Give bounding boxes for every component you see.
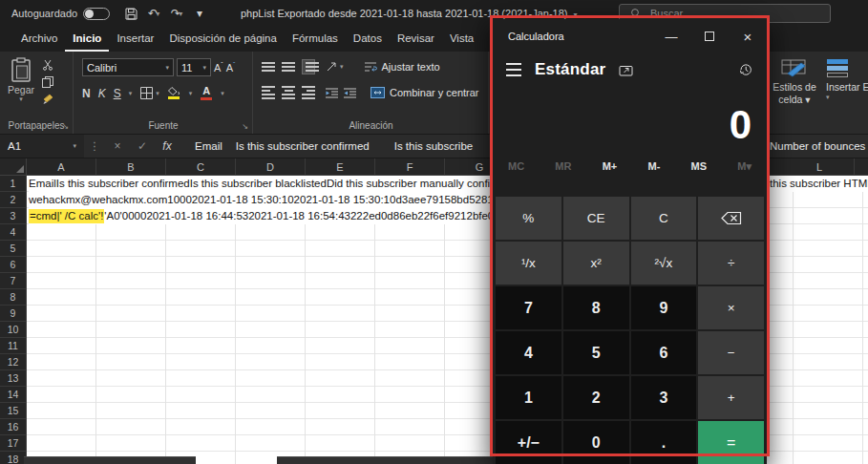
ribbon-tab-vista[interactable]: Vista [442,27,481,52]
column-header-e[interactable]: E [306,158,375,176]
copy-icon[interactable] [42,76,53,88]
italic-button[interactable]: K [98,87,106,100]
borders-button[interactable]: ▾ [140,87,159,99]
grow-font-button[interactable]: Aˆ [214,61,223,74]
calc-key-backspace[interactable] [698,197,764,240]
align-right-icon[interactable] [302,86,315,99]
column-header-d[interactable]: D [236,158,306,176]
fill-color-button[interactable] [168,87,180,99]
calc-key-square-root[interactable]: ²√x [631,242,697,285]
row-header-7[interactable]: 7 [0,273,26,289]
align-bottom-icon[interactable] [302,59,315,74]
ribbon-tab-datos[interactable]: Datos [346,27,390,52]
bold-button[interactable]: N [82,87,91,100]
memory-button-ms[interactable]: MS [691,160,708,173]
row-header-16[interactable]: 16 [0,419,26,435]
calc-key-digit-5[interactable]: 5 [563,331,629,374]
redo-icon[interactable]: ↷▾ [167,4,186,23]
ribbon-tab-inicio[interactable]: Inicio [65,27,109,52]
name-box[interactable]: A1▾ [0,135,84,158]
calc-key-digit-7[interactable]: 7 [496,286,561,329]
calc-key-plus[interactable]: + [698,376,764,419]
memory-button-mr[interactable]: MR [555,160,571,173]
calc-key-digit-0[interactable]: 0 [563,421,629,464]
row-header-6[interactable]: 6 [0,257,26,273]
undo-icon[interactable]: ↶▾ [144,4,163,23]
row-header-3[interactable]: 3 [0,208,26,224]
calc-key-equals[interactable]: = [698,421,764,464]
font-dialog-launcher-icon[interactable]: ↘ [242,122,248,131]
wrap-text-button[interactable]: Ajustar texto [364,61,440,73]
calc-key-digit-1[interactable]: 1 [496,376,561,419]
row-header-2[interactable]: 2 [0,192,26,208]
column-header-a[interactable]: A [27,158,96,176]
align-center-icon[interactable] [282,86,295,99]
cancel-icon[interactable]: × [105,139,130,153]
ribbon-tab-insertar[interactable]: Insertar [109,27,161,52]
insert-function-button[interactable]: fx [155,139,180,153]
row-header-13[interactable]: 13 [0,370,26,387]
decrease-indent-icon[interactable] [326,88,338,98]
autosave-toggle[interactable] [83,8,110,20]
save-icon[interactable] [121,4,140,23]
cut-icon[interactable] [42,59,53,71]
calc-key-digit-9[interactable]: 9 [631,286,697,329]
calc-key-multiply[interactable]: × [698,286,764,329]
calc-key-clear-entry[interactable]: CE [563,197,629,240]
column-header-f[interactable]: F [375,158,445,176]
format-painter-icon[interactable] [42,94,53,105]
row-header-18[interactable]: 18 [0,452,26,464]
calculator-titlebar[interactable]: Calculadora — × [493,19,767,53]
maximize-button[interactable] [690,19,729,53]
column-header-l[interactable]: L [785,158,855,176]
keep-on-top-icon[interactable] [619,64,633,76]
minimize-button[interactable]: — [652,19,690,53]
calc-key-digit-4[interactable]: 4 [496,331,561,374]
merge-center-button[interactable]: Combinar y centrar [370,87,479,98]
calc-key-digit-2[interactable]: 2 [563,376,629,419]
align-top-icon[interactable] [262,62,275,72]
enter-icon[interactable]: ✓ [130,139,155,153]
row-header-9[interactable]: 9 [0,306,26,322]
shrink-font-button[interactable]: Aˇ [226,61,236,74]
calc-key-digit-3[interactable]: 3 [631,376,697,419]
align-left-icon[interactable] [262,86,275,99]
clipboard-dialog-launcher-icon[interactable]: ↘ [62,122,69,131]
history-icon[interactable] [738,62,753,77]
formula-content[interactable]: EmailIs this subscriber confirmedIs this… [195,140,473,152]
row-header-8[interactable]: 8 [0,289,26,306]
font-name-select[interactable]: Calibri▾ [82,58,174,76]
calc-key-digit-8[interactable]: 8 [563,286,629,329]
row-header-11[interactable]: 11 [0,338,26,354]
row-header-12[interactable]: 12 [0,354,26,370]
orientation-button[interactable]: ▾ [326,61,344,73]
customize-qat-icon[interactable]: ▾ [190,4,209,23]
cell-styles-button[interactable]: Estilos de celda ▾ [769,57,820,106]
calc-key-clear[interactable]: C [631,197,697,240]
column-header-c[interactable]: C [166,158,236,176]
underline-button[interactable]: S [114,87,121,100]
calc-key-minus[interactable]: − [698,331,764,374]
calc-key-square[interactable]: x² [563,242,629,285]
calc-key-reciprocal[interactable]: ¹/x [496,242,561,285]
row-header-14[interactable]: 14 [0,387,26,403]
memory-button-mminus[interactable]: M- [648,160,661,173]
calc-key-digit-6[interactable]: 6 [631,331,697,374]
row-header-17[interactable]: 17 [0,435,26,452]
underline-dropdown-icon[interactable]: ▾ [129,90,133,97]
font-size-select[interactable]: 11▾ [177,58,211,76]
fill-color-dropdown-icon[interactable]: ▾ [189,90,193,97]
menu-icon[interactable] [506,63,521,76]
autosave-control[interactable]: Autoguardado [11,8,110,20]
align-middle-icon[interactable] [282,62,295,72]
select-all-button[interactable] [0,158,27,176]
calc-key-divide[interactable]: ÷ [698,242,764,285]
memory-button-mc[interactable]: MC [508,160,524,173]
insert-cells-button[interactable]: Insertar E ▾ [826,57,868,102]
paste-button[interactable]: Pegar ▾ [5,57,37,103]
calc-key-percent[interactable]: % [496,197,561,240]
row-header-10[interactable]: 10 [0,322,26,338]
row-header-4[interactable]: 4 [0,224,26,241]
ribbon-tab-disposici-n-de-p-gina[interactable]: Disposición de página [161,27,285,52]
row-header-15[interactable]: 15 [0,403,26,419]
